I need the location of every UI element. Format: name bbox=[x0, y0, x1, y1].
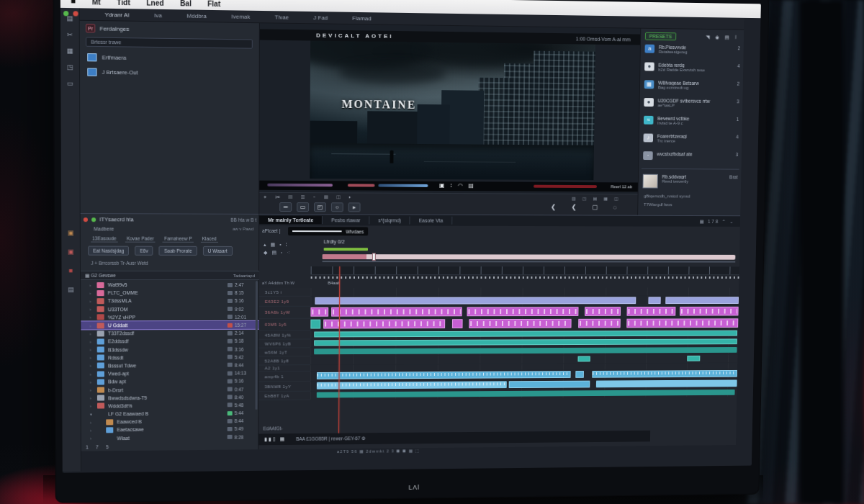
timeline-clip[interactable] bbox=[596, 379, 737, 387]
rail-icon[interactable]: ▣ bbox=[65, 248, 76, 256]
twirl-icon[interactable]: › bbox=[90, 404, 91, 408]
timeline-tab[interactable]: Easote Vta bbox=[410, 217, 452, 225]
workspace-tab[interactable]: J Fad bbox=[313, 14, 328, 21]
time-ruler[interactable] bbox=[311, 266, 739, 275]
twirl-icon[interactable]: › bbox=[90, 331, 91, 336]
timeline-clip[interactable] bbox=[648, 297, 661, 304]
bin-filter[interactable]: Kovae Pader bbox=[125, 235, 156, 243]
timeline-tab-icons[interactable]: ▦ 178 ⌃ ⌄ bbox=[700, 218, 735, 224]
twirl-icon[interactable]: › bbox=[89, 315, 91, 320]
workspace-tab[interactable]: Ydranr Al bbox=[105, 11, 130, 18]
bin-list-header[interactable]: ▦ G2 Gevswe Tadaartapd bbox=[81, 271, 259, 280]
tool-button[interactable]: ▭ bbox=[297, 202, 309, 212]
track-content[interactable] bbox=[310, 389, 737, 400]
workspace-tab[interactable]: Tlvae bbox=[275, 14, 289, 20]
bin-path[interactable]: J + Brrcorssb Tr-Ausr Wetd bbox=[91, 261, 148, 266]
track-header[interactable]: 45A8M 1y% bbox=[259, 331, 311, 340]
effect-item[interactable]: aRb.PlesvvvdeRetalwesigereg2 bbox=[645, 45, 741, 55]
bin-chip[interactable]: E6v bbox=[135, 246, 153, 256]
rail-icon[interactable]: ▤ bbox=[66, 285, 76, 294]
twirl-icon[interactable]: › bbox=[89, 307, 91, 311]
timeline-tab[interactable]: Mr mainly Tertleate bbox=[259, 216, 323, 224]
tool-button[interactable]: ○ bbox=[331, 202, 343, 212]
timeline-clip[interactable] bbox=[578, 319, 621, 328]
menu-item[interactable]: Lned bbox=[146, 0, 163, 7]
bin-row[interactable]: ›U Gddatt15:27 bbox=[81, 321, 259, 330]
timeline-clip[interactable] bbox=[680, 307, 739, 316]
twirl-icon[interactable]: › bbox=[90, 372, 91, 376]
rail-icon[interactable]: ✂ bbox=[64, 30, 75, 40]
workspace-tab[interactable]: Flamad bbox=[352, 14, 372, 21]
twirl-icon[interactable]: › bbox=[90, 364, 91, 368]
effect-item[interactable]: ●U20CGDF svtbersvcs rrtwae*tasLP3 bbox=[644, 98, 739, 108]
timeline-clip[interactable] bbox=[314, 330, 737, 338]
tool-button[interactable]: ▸ bbox=[348, 202, 361, 212]
twirl-icon[interactable]: › bbox=[90, 396, 91, 400]
bin-row[interactable]: ›T3dssMLA5:16 bbox=[81, 297, 259, 305]
preset-thumb-item[interactable]: Rb.sddvagrt Reed tesvertly Brat bbox=[642, 174, 737, 189]
bin-filter[interactable]: Klaced bbox=[201, 235, 218, 243]
timeline-clip[interactable] bbox=[317, 381, 507, 389]
timeline-clip[interactable] bbox=[314, 347, 737, 354]
video-preview[interactable]: MONTAINE bbox=[310, 41, 595, 181]
effect-item[interactable]: ▦WBfvageae BetsarwBag ecrxtredt ug2 bbox=[644, 80, 739, 90]
timeline-clip[interactable] bbox=[469, 319, 572, 328]
bin-header-right[interactable]: BB hta w B t bbox=[230, 217, 256, 222]
workspace-tab[interactable]: Mddbra bbox=[186, 12, 207, 19]
twirl-icon[interactable]: › bbox=[90, 339, 91, 343]
twirl-icon[interactable]: › bbox=[90, 379, 91, 384]
tool-button[interactable]: ═ bbox=[279, 202, 292, 212]
edit-tool-icons[interactable]: ⌖ ✂ ▤ ▥ ⌁ ▦ ◫ ▸ bbox=[264, 194, 354, 201]
timeline-clip[interactable] bbox=[585, 307, 621, 316]
bin-close-dot[interactable] bbox=[84, 217, 88, 222]
timeline-clip[interactable] bbox=[575, 371, 584, 378]
tool-button[interactable]: ◰ bbox=[314, 202, 326, 212]
menu-item[interactable]: Mt bbox=[92, 0, 101, 6]
source-item[interactable]: J Brtsaere-Out bbox=[87, 68, 138, 76]
track-content[interactable] bbox=[310, 318, 738, 330]
effects-header-icons[interactable]: ◥ ◉ ▤ ⠇ bbox=[706, 34, 740, 40]
menu-item[interactable]: Flat bbox=[207, 0, 220, 8]
track-header[interactable]: WV6P6 1yB bbox=[259, 339, 311, 348]
workspace-tab[interactable]: Ivemak bbox=[231, 13, 250, 20]
twirl-icon[interactable]: › bbox=[89, 323, 91, 328]
track-content[interactable] bbox=[311, 288, 739, 297]
timeline-clip[interactable] bbox=[451, 319, 462, 328]
bin-scrollbar[interactable] bbox=[256, 281, 258, 410]
rail-icon[interactable]: ■ bbox=[66, 266, 76, 275]
bin-chip[interactable]: U Wasart bbox=[203, 246, 233, 256]
bin-chip[interactable]: Eat Nasdsjdag bbox=[88, 246, 129, 256]
timeline-clip[interactable] bbox=[324, 319, 446, 328]
track-header[interactable]: 03M5 1y5 bbox=[259, 319, 311, 331]
source-search-input[interactable]: Brtessr trawe bbox=[86, 37, 253, 48]
timeline-clip[interactable] bbox=[627, 318, 739, 328]
bin-row[interactable]: ›%2YZ vHPP12:01 bbox=[81, 313, 259, 322]
track-header[interactable]: 3BNW8 1yY bbox=[259, 382, 310, 392]
minimize-dot[interactable] bbox=[63, 11, 68, 16]
bin-chip[interactable]: Saab Prorate bbox=[159, 246, 197, 256]
bin-filter[interactable]: Famaheew P bbox=[163, 235, 194, 243]
work-area-bar[interactable] bbox=[323, 254, 736, 260]
track-content[interactable] bbox=[310, 296, 739, 307]
zoom-scroll-bar[interactable] bbox=[323, 261, 736, 262]
timeline-clip[interactable] bbox=[315, 297, 636, 304]
effects-badge[interactable]: PRESETS bbox=[645, 32, 676, 41]
bin-filter[interactable]: 13Easoude bbox=[91, 235, 118, 242]
bin-row[interactable]: ›U33TOM9:02 bbox=[81, 305, 259, 313]
track-header[interactable]: E63E2 1y9 bbox=[259, 297, 311, 307]
rail-icon[interactable]: ▭ bbox=[65, 78, 76, 87]
track-header[interactable]: 52A8B 1y8 bbox=[259, 356, 310, 365]
bin-expand-dot[interactable] bbox=[91, 217, 96, 222]
twirl-icon[interactable]: › bbox=[89, 291, 91, 295]
playback-button[interactable]: ❮ bbox=[571, 204, 576, 211]
twirl-icon[interactable]: › bbox=[90, 428, 91, 433]
timeline-clip[interactable] bbox=[310, 307, 328, 317]
program-scrub-bar[interactable]: ▣ ⁞ ◠ ▤ Reerl 12 ab bbox=[259, 181, 638, 192]
workspace-tab[interactable]: Iva bbox=[154, 12, 162, 18]
rail-icon[interactable]: ▦ bbox=[64, 46, 75, 55]
twirl-icon[interactable]: › bbox=[89, 283, 91, 287]
twirl-icon[interactable]: › bbox=[90, 356, 91, 360]
timeline-clip[interactable] bbox=[665, 297, 739, 304]
twirl-icon[interactable]: ▾ bbox=[90, 412, 92, 417]
effect-item[interactable]: ●Edebta rerdgb2d Radde Exsrvtsh rese4 bbox=[644, 62, 739, 72]
